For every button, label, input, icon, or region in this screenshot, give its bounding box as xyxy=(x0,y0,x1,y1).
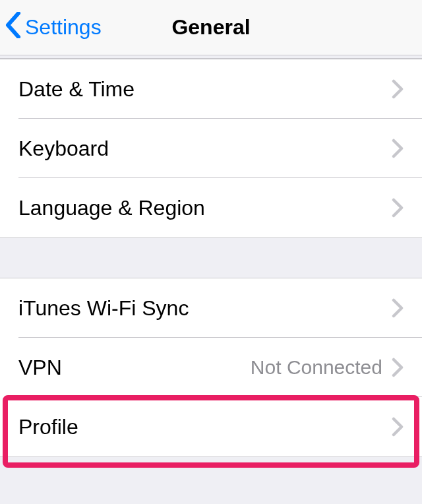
chevron-right-icon xyxy=(392,198,404,218)
chevron-right-icon xyxy=(392,79,404,99)
chevron-right-icon xyxy=(392,358,404,377)
settings-group-1: Date & Time Keyboard Language & Region xyxy=(0,58,422,238)
row-label: Language & Region xyxy=(18,196,205,220)
row-label: iTunes Wi-Fi Sync xyxy=(18,296,189,321)
row-label: Profile xyxy=(18,415,78,439)
row-date-time[interactable]: Date & Time xyxy=(0,59,422,119)
row-label: Date & Time xyxy=(18,77,135,102)
chevron-right-icon xyxy=(392,298,404,318)
row-language-region[interactable]: Language & Region xyxy=(0,178,422,237)
content: Date & Time Keyboard Language & Region xyxy=(0,58,422,457)
chevron-left-icon xyxy=(5,12,25,44)
settings-group-2: iTunes Wi-Fi Sync VPN Not Connected Prof… xyxy=(0,278,422,457)
chevron-right-icon xyxy=(392,417,404,437)
row-value: Not Connected xyxy=(62,356,392,379)
row-label: VPN xyxy=(18,356,62,380)
chevron-right-icon xyxy=(392,139,404,158)
row-keyboard[interactable]: Keyboard xyxy=(0,119,422,178)
nav-bar: Settings General xyxy=(0,0,422,55)
row-label: Keyboard xyxy=(18,137,109,161)
back-button[interactable]: Settings xyxy=(5,0,102,55)
row-itunes-wifi-sync[interactable]: iTunes Wi-Fi Sync xyxy=(0,278,422,338)
row-profile[interactable]: Profile xyxy=(0,397,422,457)
back-label: Settings xyxy=(25,15,102,40)
row-vpn[interactable]: VPN Not Connected xyxy=(0,338,422,397)
